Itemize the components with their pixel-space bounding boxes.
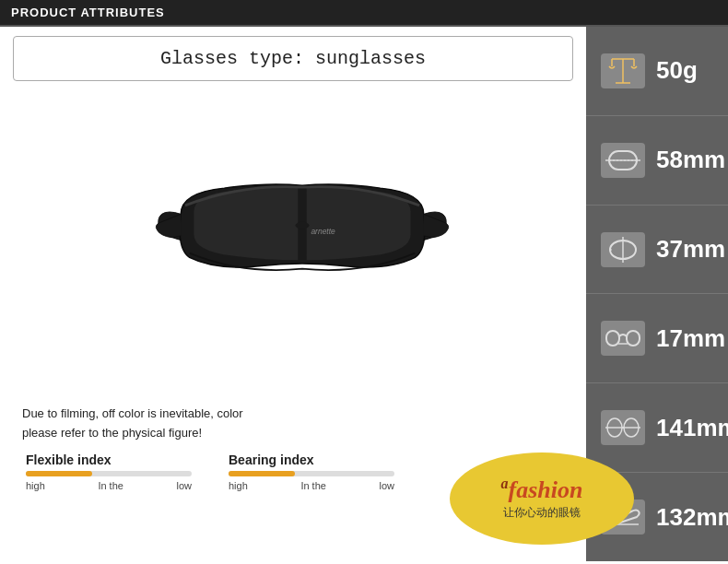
bearing-index-fill [229, 471, 295, 476]
product-image-area: arnette [13, 90, 573, 397]
flexible-index-label: Flexible index [26, 452, 229, 467]
spec-weight-value: 50g [656, 56, 698, 85]
product-description: Due to filming, off color is inevitable,… [13, 405, 573, 443]
lens-width-icon [601, 143, 645, 178]
fashion-badge: afashion 让你心动的眼镜 [450, 452, 634, 545]
weight-icon [601, 53, 645, 88]
spec-lens-height-value: 37mm [656, 235, 725, 264]
bearing-index-scale: high In the low [229, 480, 394, 491]
bottom-section: Flexible index high In the low Bearing i… [13, 443, 573, 552]
frame-width-icon [601, 410, 645, 445]
fashion-text-cn: 让你心动的眼镜 [503, 505, 581, 521]
svg-rect-14 [627, 331, 640, 346]
nose-bridge-icon [601, 321, 645, 356]
glasses-type-box: Glasses type: sunglasses [13, 36, 573, 81]
sunglasses-image: arnette [155, 166, 450, 332]
svg-point-0 [295, 222, 309, 229]
bearing-index-label: Bearing index [229, 452, 431, 467]
spec-row-weight: 50g [586, 27, 728, 116]
spec-row-lens-height: 37mm [586, 206, 728, 295]
main-content: Glasses type: sunglasses [0, 27, 728, 561]
svg-text:arnette: arnette [311, 227, 335, 236]
flexible-index-scale: high In the low [26, 480, 192, 491]
spec-temple-length-value: 132mm [656, 503, 728, 532]
glasses-type-label: Glasses type: sunglasses [160, 48, 426, 69]
fashion-ellipse: afashion 让你心动的眼镜 [450, 452, 634, 545]
spec-frame-width-value: 141mm [656, 414, 728, 442]
spec-row-lens-width: 58mm [586, 116, 728, 206]
flexible-index-bar [26, 471, 192, 476]
bearing-index-bar [229, 471, 394, 476]
fashion-text-en: afashion [501, 476, 583, 502]
lens-height-icon [601, 232, 645, 267]
svg-rect-13 [606, 331, 619, 346]
bearing-index-group: Bearing index high In the low [229, 452, 431, 491]
page-header: PRODUCT ATTRIBUTES [0, 0, 728, 27]
spec-row-nose-bridge: 17mm [586, 294, 728, 383]
spec-nose-bridge-value: 17mm [656, 324, 725, 353]
flexible-index-group: Flexible index high In the low [26, 452, 229, 491]
spec-lens-width-value: 58mm [656, 146, 725, 174]
header-title: PRODUCT ATTRIBUTES [11, 6, 165, 19]
spec-row-frame-width: 141mm [586, 383, 728, 473]
left-panel: Glasses type: sunglasses [0, 27, 586, 561]
flexible-index-fill [26, 471, 92, 476]
